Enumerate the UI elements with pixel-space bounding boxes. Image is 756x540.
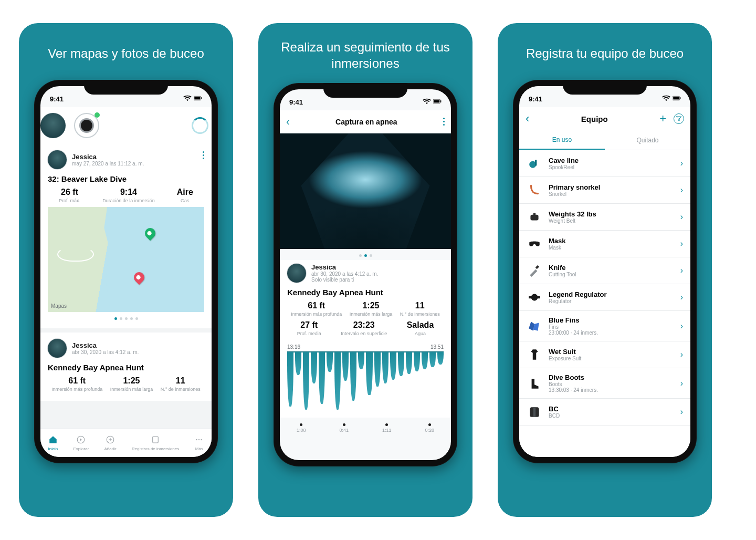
add-gear-button[interactable]: + bbox=[659, 112, 666, 126]
battery-icon bbox=[194, 95, 202, 103]
status-time: 9:41 bbox=[50, 95, 64, 103]
gear-item[interactable]: Primary snorkelSnorkel› bbox=[519, 177, 690, 204]
gear-item[interactable]: Wet SuitExposure Suit› bbox=[519, 341, 690, 368]
stat-label: Inmersión más larga bbox=[110, 387, 153, 392]
stat-value: 61 ft bbox=[291, 301, 342, 310]
chart-bar bbox=[414, 352, 420, 371]
sync-spinner-icon[interactable] bbox=[192, 117, 208, 134]
user-avatar[interactable] bbox=[48, 150, 67, 169]
snorkel-icon bbox=[527, 182, 542, 198]
gear-item[interactable]: BCBCD› bbox=[519, 399, 690, 425]
chevron-right-icon: › bbox=[680, 159, 683, 168]
dive-map[interactable]: Mapas bbox=[48, 207, 204, 312]
gear-item[interactable]: Weights 32 lbsWeight Belt› bbox=[519, 204, 690, 231]
dive-hero-image[interactable]: 1/3 bbox=[280, 133, 451, 249]
gear-name: Wet Suit bbox=[549, 348, 674, 356]
tab-explore[interactable]: Explorar bbox=[74, 435, 89, 451]
dive-card[interactable]: Jessica abr 30, 2020 a las 4:12 a. m. Ke… bbox=[40, 333, 212, 401]
chevron-right-icon: › bbox=[680, 379, 683, 388]
suit-icon bbox=[527, 347, 542, 362]
back-button[interactable]: ‹ bbox=[526, 112, 529, 126]
stat-label: Prof. media bbox=[297, 331, 321, 337]
tab-more[interactable]: Más bbox=[194, 435, 204, 451]
carousel-dots[interactable] bbox=[48, 317, 204, 320]
gear-category: Weight Belt bbox=[549, 218, 674, 224]
card-menu-icon[interactable] bbox=[203, 151, 204, 159]
axis-tick: 0:28 bbox=[425, 428, 434, 433]
dive-feed[interactable]: Jessica may 27, 2020 a las 11:12 a. m. 3… bbox=[40, 144, 212, 429]
chart-bar bbox=[295, 352, 301, 375]
user-avatar[interactable] bbox=[287, 264, 306, 283]
gear-category: Spool/Reel bbox=[549, 164, 674, 170]
stat-value: 26 ft bbox=[59, 188, 80, 197]
log-icon bbox=[151, 435, 160, 445]
stat-value: Aire bbox=[177, 188, 193, 197]
map-credit: Mapas bbox=[51, 303, 67, 309]
filter-button[interactable] bbox=[674, 113, 684, 124]
gear-item[interactable]: Blue FinsFins23:00:00 · 24 inmers.› bbox=[519, 311, 690, 341]
post-timestamp: abr 30, 2020 a las 4:12 a. m. bbox=[72, 349, 139, 355]
stat-value: 61 ft bbox=[51, 376, 102, 386]
dive-card[interactable]: Jessica may 27, 2020 a las 11:12 a. m. 3… bbox=[40, 144, 212, 328]
chart-bar bbox=[374, 352, 381, 387]
gear-item[interactable]: KnifeCutting Tool› bbox=[519, 257, 690, 284]
back-button[interactable]: ‹ bbox=[286, 116, 290, 128]
dive-stats: 27 ftProf. media 23:23Intervalo en super… bbox=[287, 320, 444, 337]
battery-icon bbox=[673, 95, 681, 103]
svg-rect-17 bbox=[530, 215, 538, 221]
svg-rect-16 bbox=[535, 160, 537, 166]
notch bbox=[323, 83, 407, 98]
gear-usage: 13:30:03 · 24 inmers. bbox=[549, 387, 674, 393]
user-avatar[interactable] bbox=[48, 339, 67, 358]
battery-icon bbox=[433, 98, 442, 106]
image-counter: 1/3 bbox=[435, 239, 447, 246]
gear-name: Mask bbox=[549, 237, 674, 245]
gear-item[interactable]: Cave lineSpool/Reel› bbox=[519, 150, 690, 177]
tab-label: Más bbox=[195, 446, 203, 451]
tab-add[interactable]: Añadir bbox=[104, 435, 117, 451]
dive-stats: 61 ftInmersión más profunda 1:25Inmersió… bbox=[287, 301, 444, 317]
chart-bar bbox=[342, 352, 349, 381]
chart-bar bbox=[350, 352, 356, 401]
map-pin-end-icon[interactable] bbox=[132, 270, 146, 285]
svg-rect-19 bbox=[536, 265, 540, 269]
gear-usage: 23:00:00 · 24 inmers. bbox=[549, 330, 674, 336]
bcd-icon bbox=[527, 404, 542, 420]
svg-rect-14 bbox=[680, 97, 680, 99]
gear-name: Blue Fins bbox=[549, 316, 674, 324]
chevron-right-icon: › bbox=[680, 239, 683, 248]
dive-title: Kennedy Bay Apnea Hunt bbox=[48, 363, 204, 372]
wifi-icon bbox=[423, 98, 431, 106]
axis-tick: 1:08 bbox=[297, 428, 306, 433]
tab-in-use[interactable]: En uso bbox=[519, 130, 605, 150]
chart-bar bbox=[311, 352, 317, 384]
chart-bar bbox=[287, 352, 293, 407]
tab-label: Explorar bbox=[74, 446, 89, 451]
depth-chart[interactable]: 13:16 13:51 bbox=[280, 344, 451, 418]
stat-label: Agua bbox=[407, 331, 434, 337]
svg-point-7 bbox=[198, 439, 200, 440]
detail-navbar: ‹ Captura en apnea bbox=[280, 110, 451, 133]
tab-home[interactable]: Inicio bbox=[48, 435, 58, 451]
tab-logs[interactable]: Registros de inmersiones bbox=[132, 435, 179, 451]
svg-rect-1 bbox=[194, 97, 200, 99]
carousel-dots[interactable] bbox=[280, 254, 451, 257]
gear-item[interactable]: Legend RegulatorRegulator› bbox=[519, 284, 690, 311]
gear-category: Cutting Tool bbox=[549, 272, 674, 277]
device-watch[interactable] bbox=[74, 113, 99, 138]
gear-list[interactable]: Cave lineSpool/Reel›Primary snorkelSnork… bbox=[519, 150, 690, 457]
gear-item[interactable]: Dive BootsBoots13:30:03 · 24 inmers.› bbox=[519, 368, 690, 399]
map-pin-start-icon[interactable] bbox=[143, 226, 158, 241]
axis-tick: 1:11 bbox=[382, 428, 392, 433]
chart-bar bbox=[358, 352, 364, 369]
chart-bar bbox=[398, 352, 404, 376]
chart-bar bbox=[406, 352, 412, 374]
tab-removed[interactable]: Quitado bbox=[605, 130, 690, 150]
chevron-right-icon: › bbox=[680, 350, 683, 359]
nav-menu-icon[interactable] bbox=[443, 118, 445, 126]
phone-3: 9:41 ‹ Equipo + bbox=[513, 80, 697, 463]
gear-item[interactable]: MaskMask› bbox=[519, 231, 690, 257]
gear-tabs: En uso Quitado bbox=[519, 130, 690, 150]
stat-label: Duración de la inmersión bbox=[102, 198, 155, 204]
profile-avatar[interactable] bbox=[40, 113, 66, 138]
